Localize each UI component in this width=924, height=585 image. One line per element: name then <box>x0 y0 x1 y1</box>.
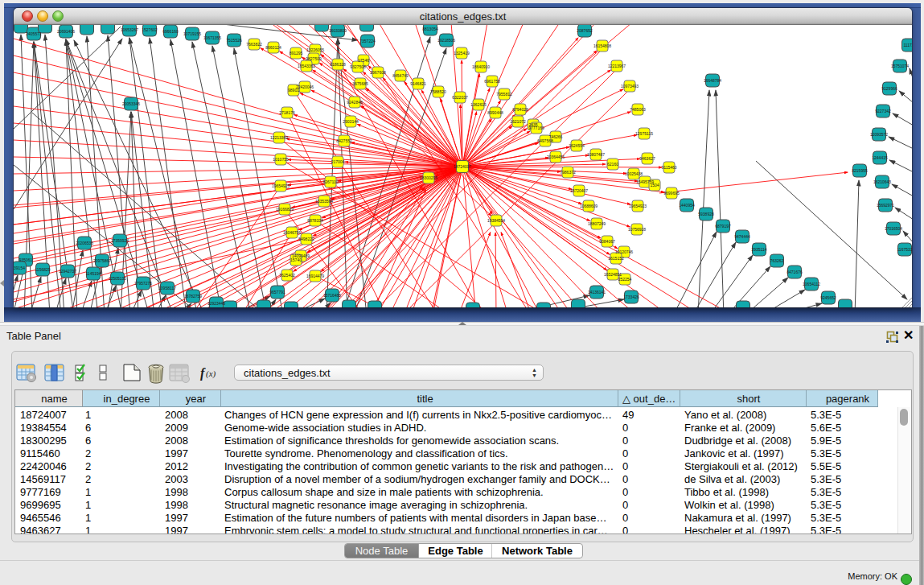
svg-text:16648784: 16648784 <box>704 78 721 83</box>
svg-text:1615152: 1615152 <box>608 256 624 261</box>
svg-text:16154808: 16154808 <box>593 43 611 48</box>
svg-text:9657791: 9657791 <box>269 290 285 295</box>
svg-text:10973493: 10973493 <box>621 84 639 89</box>
svg-text:763262: 763262 <box>770 258 784 263</box>
svg-text:1145194: 1145194 <box>85 271 101 276</box>
svg-text:9699695: 9699695 <box>663 191 680 196</box>
svg-text:2903144: 2903144 <box>343 119 359 124</box>
svg-text:12942737: 12942737 <box>59 269 76 274</box>
svg-text:19384554: 19384554 <box>487 218 505 223</box>
svg-text:16210643: 16210643 <box>873 179 891 184</box>
svg-text:15751074: 15751074 <box>891 64 909 68</box>
svg-text:62160: 62160 <box>607 162 618 167</box>
svg-text:16914479: 16914479 <box>306 274 324 278</box>
svg-text:7955812: 7955812 <box>496 92 512 97</box>
svg-text:39154: 39154 <box>14 266 25 270</box>
svg-text:2087652: 2087652 <box>577 28 593 33</box>
svg-text:10756928: 10756928 <box>628 227 646 232</box>
svg-text:98901: 98901 <box>288 88 299 93</box>
svg-text:15716485: 15716485 <box>323 293 341 298</box>
svg-text:16046756: 16046756 <box>283 230 301 235</box>
svg-text:12213369: 12213369 <box>270 135 288 140</box>
svg-text:19218506: 19218506 <box>437 38 455 43</box>
svg-text:12213967: 12213967 <box>608 64 626 68</box>
svg-text:13226055: 13226055 <box>306 47 324 52</box>
svg-text:18724007: 18724007 <box>454 164 471 169</box>
svg-text:10958117: 10958117 <box>158 286 176 290</box>
svg-text:9777169: 9777169 <box>528 126 544 130</box>
svg-text:20053346: 20053346 <box>122 101 140 106</box>
svg-text:7625402: 7625402 <box>279 273 295 278</box>
svg-text:6879197: 6879197 <box>715 224 731 229</box>
svg-text:1010755: 1010755 <box>273 157 289 162</box>
svg-text:9474444: 9474444 <box>734 234 750 239</box>
svg-text:8990448: 8990448 <box>487 110 503 115</box>
svg-text:20691406: 20691406 <box>57 29 75 34</box>
svg-text:10654112: 10654112 <box>803 282 820 286</box>
svg-text:9115460: 9115460 <box>661 165 676 170</box>
svg-text:8878334: 8878334 <box>307 218 323 223</box>
svg-text:1504: 1504 <box>650 183 659 187</box>
svg-text:2718176: 2718176 <box>279 110 295 115</box>
svg-text:19166829: 19166829 <box>276 207 294 212</box>
svg-text:12093572: 12093572 <box>870 132 888 137</box>
svg-text:10653267: 10653267 <box>121 27 138 32</box>
svg-text:9129966: 9129966 <box>881 86 897 91</box>
svg-text:9242848: 9242848 <box>347 100 363 105</box>
svg-text:7986372: 7986372 <box>560 170 576 175</box>
svg-text:5938928: 5938928 <box>698 212 714 216</box>
svg-text:9327508: 9327508 <box>350 64 366 69</box>
svg-text:9245652: 9245652 <box>820 295 836 300</box>
svg-text:891295: 891295 <box>290 51 303 56</box>
svg-text:7357224: 7357224 <box>359 39 376 43</box>
svg-text:10671355: 10671355 <box>203 35 221 40</box>
svg-text:18807249: 18807249 <box>588 221 606 226</box>
svg-text:12923446: 12923446 <box>207 301 225 306</box>
svg-text:8215955: 8215955 <box>852 168 868 173</box>
svg-text:16033809: 16033809 <box>329 28 347 33</box>
svg-text:8454749: 8454749 <box>392 73 409 78</box>
svg-text:6322037: 6322037 <box>452 95 468 100</box>
svg-text:f: f <box>200 366 206 381</box>
svg-text:9227342: 9227342 <box>875 109 891 113</box>
svg-text:6961758: 6961758 <box>484 79 500 84</box>
svg-text:7515526: 7515526 <box>226 38 242 43</box>
svg-text:1621072: 1621072 <box>510 119 526 124</box>
svg-text:6966160: 6966160 <box>162 29 179 34</box>
svg-text:9146821: 9146821 <box>410 81 426 86</box>
svg-text:18300295: 18300295 <box>420 175 437 180</box>
svg-text:12975115: 12975115 <box>635 131 653 136</box>
svg-text:7588520: 7588520 <box>430 89 446 94</box>
svg-text:13353594: 13353594 <box>315 199 333 204</box>
svg-text:(x): (x) <box>206 369 216 379</box>
svg-text:3624554: 3624554 <box>569 143 585 148</box>
svg-text:6497568: 6497568 <box>537 138 553 143</box>
svg-text:3675685: 3675685 <box>352 81 368 86</box>
svg-text:17016504: 17016504 <box>885 226 902 231</box>
svg-text:15720407: 15720407 <box>570 188 588 193</box>
svg-text:15692971: 15692971 <box>877 203 894 208</box>
svg-text:15740: 15740 <box>290 257 302 262</box>
svg-text:8186328: 8186328 <box>330 62 346 67</box>
svg-text:18640910: 18640910 <box>472 64 490 69</box>
svg-text:252254: 252254 <box>618 277 632 282</box>
svg-text:8267110: 8267110 <box>322 179 338 184</box>
svg-text:1733426: 1733426 <box>623 295 639 299</box>
svg-text:10688609: 10688609 <box>580 204 598 208</box>
svg-text:20206536: 20206536 <box>76 241 93 245</box>
svg-text:19654925: 19654925 <box>272 183 290 188</box>
svg-text:17957275: 17957275 <box>134 281 152 286</box>
svg-text:1527602: 1527602 <box>142 27 158 32</box>
svg-text:10807487: 10807487 <box>587 152 605 157</box>
svg-text:7485063: 7485063 <box>630 107 646 112</box>
svg-text:5498222: 5498222 <box>298 237 314 241</box>
svg-text:9827509: 9827509 <box>306 56 322 61</box>
svg-text:8660124: 8660124 <box>265 45 281 50</box>
svg-text:17359924: 17359924 <box>111 238 129 243</box>
svg-text:12505135: 12505135 <box>109 276 126 281</box>
svg-text:20975867: 20975867 <box>93 258 111 263</box>
svg-text:10025438: 10025438 <box>625 171 643 176</box>
svg-text:1362615: 1362615 <box>470 102 487 107</box>
svg-text:16782759: 16782759 <box>184 294 202 299</box>
svg-text:7663822: 7663822 <box>246 42 262 47</box>
